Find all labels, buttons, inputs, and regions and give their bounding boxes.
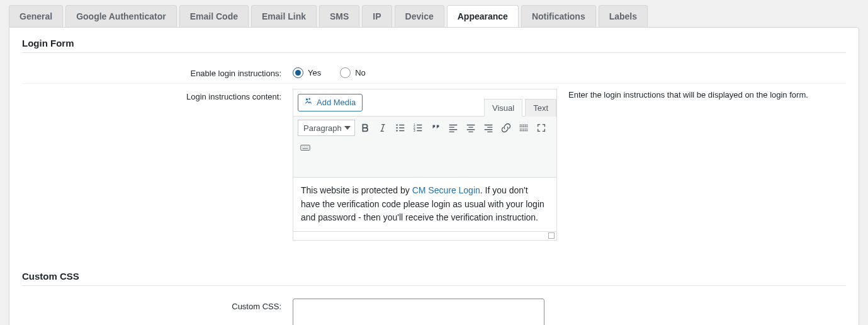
editor-tab-visual[interactable]: Visual xyxy=(484,99,522,117)
svg-point-2 xyxy=(396,127,397,128)
add-media-button[interactable]: Add Media xyxy=(298,94,363,111)
fullscreen-icon[interactable] xyxy=(534,120,549,135)
tab-google-authenticator[interactable]: Google Authenticator xyxy=(65,5,177,27)
add-media-label: Add Media xyxy=(317,98,356,107)
tab-sms[interactable]: SMS xyxy=(319,5,359,27)
svg-point-1 xyxy=(396,124,397,125)
paragraph-select[interactable]: Paragraph xyxy=(298,120,355,136)
bold-icon[interactable] xyxy=(358,120,373,135)
svg-text:3: 3 xyxy=(414,128,415,132)
custom-css-textarea[interactable] xyxy=(293,299,544,325)
radio-yes-label: Yes xyxy=(308,68,321,77)
blockquote-icon[interactable] xyxy=(428,120,443,135)
enable-instructions-radio-group: Yes No xyxy=(293,66,366,78)
tab-ip[interactable]: IP xyxy=(362,5,392,27)
tab-appearance[interactable]: Appearance xyxy=(447,5,519,27)
radio-yes[interactable]: Yes xyxy=(293,67,321,78)
number-list-icon[interactable]: 123 xyxy=(410,120,426,135)
enable-instructions-label: Enable login instructions: xyxy=(22,66,293,78)
instructions-content-label: Login instructions content: xyxy=(22,89,293,241)
tab-email-code[interactable]: Email Code xyxy=(179,5,249,27)
row-instructions-content: Login instructions content: Add Media Vi… xyxy=(22,84,846,246)
section-login-form-title: Login Form xyxy=(22,38,846,53)
tab-notifications[interactable]: Notifications xyxy=(521,5,596,27)
radio-no[interactable]: No xyxy=(340,67,366,78)
editor-toolbar: Paragraph 123 xyxy=(293,116,557,178)
tab-device[interactable]: Device xyxy=(395,5,444,27)
tab-general[interactable]: General xyxy=(9,5,63,27)
svg-rect-7 xyxy=(301,145,310,150)
editor-top-bar: Add Media Visual Text xyxy=(293,89,557,116)
keyboard-icon[interactable] xyxy=(298,140,313,155)
settings-panel: Login Form Enable login instructions: Ye… xyxy=(9,27,859,325)
bullet-list-icon[interactable] xyxy=(393,120,408,135)
editor-content-area[interactable]: This website is protected by CM Secure L… xyxy=(293,178,557,232)
svg-point-3 xyxy=(396,130,397,131)
svg-point-0 xyxy=(307,99,308,100)
instructions-help-text: Enter the login instructions that will b… xyxy=(557,89,808,100)
row-enable-instructions: Enable login instructions: Yes No xyxy=(22,60,846,84)
editor-link[interactable]: CM Secure Login xyxy=(412,185,480,195)
editor-tab-text[interactable]: Text xyxy=(525,99,556,117)
read-more-icon[interactable] xyxy=(516,120,531,135)
link-icon[interactable] xyxy=(499,120,514,135)
editor-wrap: Add Media Visual Text Paragraph 123 xyxy=(293,89,557,241)
custom-css-label: Custom CSS: xyxy=(22,299,293,325)
radio-no-input[interactable] xyxy=(340,67,351,78)
align-center-icon[interactable] xyxy=(463,120,478,135)
align-left-icon[interactable] xyxy=(446,120,461,135)
editor-resize-handle[interactable] xyxy=(293,232,557,241)
editor-text-prefix: This website is protected by xyxy=(301,185,412,195)
radio-no-label: No xyxy=(355,68,366,77)
editor-mode-tabs: Visual Text xyxy=(484,98,556,116)
row-custom-css: Custom CSS: xyxy=(22,294,846,325)
tab-email-link[interactable]: Email Link xyxy=(251,5,317,27)
radio-yes-input[interactable] xyxy=(293,67,303,78)
media-icon xyxy=(303,96,313,108)
italic-icon[interactable] xyxy=(375,120,390,135)
tab-labels[interactable]: Labels xyxy=(599,5,648,27)
section-custom-css-title: Custom CSS xyxy=(22,271,846,286)
settings-tabs: General Google Authenticator Email Code … xyxy=(9,5,859,27)
align-right-icon[interactable] xyxy=(481,120,496,135)
